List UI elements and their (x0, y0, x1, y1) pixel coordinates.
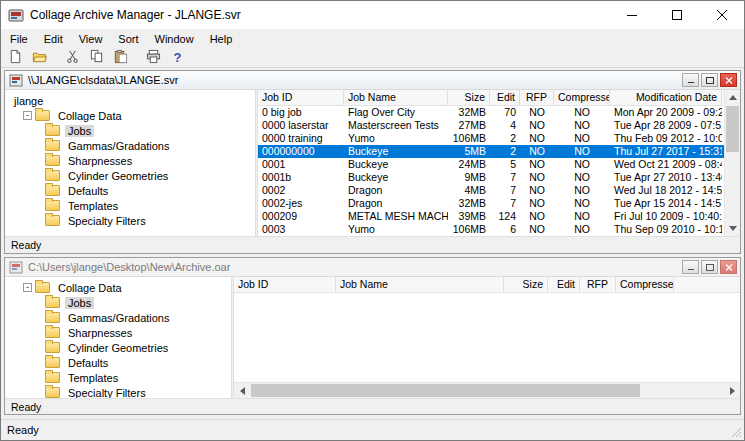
vertical-scrollbar[interactable] (724, 90, 740, 236)
horizontal-scrollbar[interactable] (234, 382, 740, 398)
job-row[interactable]: 000209METAL MESH MACHI...39MB124NONOFri … (258, 210, 724, 223)
child-maximize-button[interactable] (701, 260, 718, 274)
cell-job-name: Masterscreen Tests (344, 119, 448, 132)
child-close-button[interactable] (720, 73, 737, 87)
tree-item-sharpnesses[interactable]: Sharpnesses (5, 153, 255, 168)
server-window-titlebar[interactable]: \\JLANGE\clsdata\JLANGE.svr (5, 71, 740, 90)
tree-item-gammas-gradations[interactable]: Gammas/Gradations (5, 138, 255, 153)
cell-compressed: NO (554, 145, 610, 158)
cell-modification-date: Tue Apr 15 2014 - 14:57:56 (610, 197, 722, 210)
open-button[interactable] (28, 49, 51, 67)
minimize-button[interactable] (609, 1, 654, 29)
cell-job-id: 0002 (258, 184, 344, 197)
column-job-id[interactable]: Job ID (258, 90, 344, 105)
tree-expander-icon[interactable]: - (23, 283, 32, 292)
tree-item-label: Defaults (65, 357, 111, 369)
tree-item-jlange[interactable]: jlange (5, 93, 255, 108)
job-row[interactable]: 0002-jesDragon32MB7NONOTue Apr 15 2014 -… (258, 197, 724, 210)
scroll-thumb[interactable] (251, 384, 640, 397)
scroll-left-button[interactable] (234, 383, 250, 398)
status-text: Ready (7, 424, 39, 436)
column-job-name[interactable]: Job Name (336, 277, 504, 292)
archive-status-text: Ready (11, 401, 41, 413)
archive-window-titlebar[interactable]: C:\Users\jlange\Desktop\New\Archive.oar (5, 258, 740, 277)
cell-edit: 6 (490, 223, 520, 236)
tree-item-gammas-gradations[interactable]: Gammas/Gradations (5, 310, 231, 325)
column-modification-date[interactable]: Modification Date (610, 90, 722, 105)
column-compressed[interactable]: Compressed (616, 277, 674, 292)
column-edit[interactable]: Edit (490, 90, 520, 105)
job-row[interactable]: 0 big jobFlag Over City32MB70NONOMon Apr… (258, 106, 724, 119)
tree-item-collage-data[interactable]: -Collage Data (5, 108, 255, 123)
cut-button[interactable] (61, 49, 84, 67)
print-button[interactable] (142, 49, 165, 67)
column-compressed[interactable]: Compressed (554, 90, 610, 105)
child-minimize-button[interactable] (682, 260, 699, 274)
job-row[interactable]: 0000 laserstarMasterscreen Tests27MB4NON… (258, 119, 724, 132)
menu-file[interactable]: File (2, 31, 36, 47)
scroll-thumb[interactable] (726, 106, 739, 152)
paste-button[interactable] (109, 49, 132, 67)
maximize-button[interactable] (654, 1, 699, 29)
cell-edit: 2 (490, 145, 520, 158)
job-row[interactable]: 0003Yumo106MB6NONOThu Sep 09 2010 - 10:1… (258, 223, 724, 236)
archive-file-icon (9, 261, 23, 274)
tree-item-templates[interactable]: Templates (5, 198, 255, 213)
tree-item-specialty-filters[interactable]: Specialty Filters (5, 213, 255, 228)
open-folder-icon (32, 49, 47, 66)
menu-sort[interactable]: Sort (110, 31, 146, 47)
tree-item-sharpnesses[interactable]: Sharpnesses (5, 325, 231, 340)
scroll-track[interactable] (250, 383, 724, 398)
tree-item-defaults[interactable]: Defaults (5, 355, 231, 370)
tree-item-label: Jobs (65, 125, 94, 137)
tree-item-cylinder-geometries[interactable]: Cylinder Geometries (5, 340, 231, 355)
job-row[interactable]: 0001Buckeye24MB5NONOWed Oct 21 2009 - 08… (258, 158, 724, 171)
menu-view[interactable]: View (71, 31, 111, 47)
job-row[interactable]: 0002Dragon4MB7NONOWed Jul 18 2012 - 14:5… (258, 184, 724, 197)
cell-size: 9MB (448, 171, 490, 184)
mdi-area: \\JLANGE\clsdata\JLANGE.svr jlange-Colla… (1, 68, 744, 419)
tree-item-specialty-filters[interactable]: Specialty Filters (5, 385, 231, 398)
tree-item-jobs[interactable]: Jobs (5, 295, 231, 310)
job-row[interactable]: 0001bBuckeye9MB7NONOTue Apr 27 2010 - 13… (258, 171, 724, 184)
close-button[interactable] (699, 1, 744, 29)
column-rfp[interactable]: RFP (520, 90, 554, 105)
copy-button[interactable] (85, 49, 108, 67)
scroll-track[interactable] (725, 105, 740, 221)
cell-compressed: NO (554, 197, 610, 210)
tree-item-label: Defaults (65, 185, 111, 197)
folder-icon (45, 170, 60, 181)
column-size[interactable]: Size (504, 277, 548, 292)
new-document-button[interactable] (4, 49, 27, 67)
tree-item-collage-data[interactable]: -Collage Data (5, 280, 231, 295)
column-edit[interactable]: Edit (548, 277, 580, 292)
cell-job-name: Flag Over City (344, 106, 448, 119)
scroll-right-button[interactable] (724, 383, 740, 398)
cell-modification-date: Wed Jul 18 2012 - 14:51:41 (610, 184, 722, 197)
column-job-name[interactable]: Job Name (344, 90, 448, 105)
tree-item-cylinder-geometries[interactable]: Cylinder Geometries (5, 168, 255, 183)
tree-item-defaults[interactable]: Defaults (5, 183, 255, 198)
tree-expander-icon[interactable]: - (23, 111, 32, 120)
job-row[interactable]: 0000 trainingYumo106MB2NONOThu Feb 09 20… (258, 132, 724, 145)
menu-window[interactable]: Window (147, 31, 202, 47)
cell-edit: 7 (490, 171, 520, 184)
statusbar: Ready (1, 419, 744, 440)
column-rfp[interactable]: RFP (580, 277, 616, 292)
resize-grip[interactable] (730, 426, 742, 438)
scroll-up-button[interactable] (725, 90, 740, 105)
column-size[interactable]: Size (448, 90, 490, 105)
tree-item-jobs[interactable]: Jobs (5, 123, 255, 138)
help-button[interactable]: ? (166, 49, 189, 67)
column-job-id[interactable]: Job ID (234, 277, 336, 292)
menu-edit[interactable]: Edit (36, 31, 71, 47)
cell-rfp: NO (520, 171, 554, 184)
window-title: Collage Archive Manager - JLANGE.svr (30, 8, 241, 22)
child-minimize-button[interactable] (682, 73, 699, 87)
menu-help[interactable]: Help (202, 31, 241, 47)
child-close-button[interactable] (720, 260, 737, 274)
child-maximize-button[interactable] (701, 73, 718, 87)
scroll-down-button[interactable] (725, 221, 740, 236)
tree-item-templates[interactable]: Templates (5, 370, 231, 385)
job-row[interactable]: 000000000Buckeye5MB2NONOThu Jul 27 2017 … (258, 145, 724, 158)
